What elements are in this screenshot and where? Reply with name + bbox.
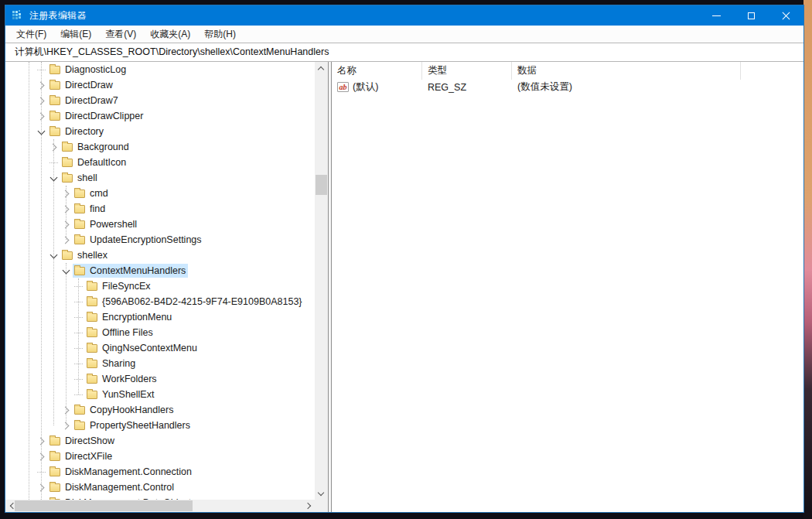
tree-item[interactable]: UpdateEncryptionSettings (73, 233, 204, 247)
chevron-right-icon[interactable] (37, 97, 45, 104)
chevron-right-icon[interactable] (62, 406, 70, 414)
chevron-right-icon[interactable] (49, 143, 57, 151)
scroll-down-button[interactable] (315, 487, 327, 500)
tree-item[interactable]: find (73, 202, 107, 216)
horizontal-scroll-thumb[interactable] (15, 500, 193, 511)
column-header-1[interactable]: 类型 (422, 62, 512, 80)
minimize-button[interactable] (699, 5, 734, 26)
chevron-down-icon[interactable] (38, 127, 46, 135)
tree-item[interactable]: shellex (60, 248, 110, 262)
tree-item[interactable]: WorkFolders (85, 372, 159, 386)
scrollbar-corner (315, 500, 328, 512)
tree-row[interactable]: CopyHookHandlers (5, 402, 315, 418)
column-header-0[interactable]: 名称 (332, 62, 422, 80)
tree-row[interactable]: DirectShow (5, 433, 315, 449)
tree-item[interactable]: Offline Files (85, 326, 155, 340)
tree-item[interactable]: CopyHookHandlers (73, 403, 176, 417)
chevron-right-icon[interactable] (37, 81, 45, 89)
tree-item[interactable]: EncryptionMenu (85, 310, 174, 324)
tree-row[interactable]: DiskManagement.Connection (5, 464, 315, 480)
tree-item[interactable]: Background (60, 140, 131, 154)
tree-row[interactable]: DirectXFile (5, 449, 315, 464)
menu-item-4[interactable]: 帮助(H) (197, 26, 243, 43)
chevron-right-icon[interactable] (62, 236, 70, 244)
maximize-button[interactable] (734, 5, 769, 26)
tree-item-label: QingNseContextMenu (102, 343, 197, 353)
chevron-right-icon[interactable] (37, 112, 45, 120)
tree-row[interactable]: Powershell (5, 217, 315, 232)
tree-item[interactable]: DirectDraw (48, 78, 115, 92)
tree-item[interactable]: YunShellExt (85, 388, 156, 401)
chevron-down-icon[interactable] (50, 173, 58, 181)
scroll-right-button[interactable] (302, 500, 315, 512)
tree-row[interactable]: DiagnosticLog (5, 62, 315, 77)
tree-row[interactable]: DirectDraw7 (5, 93, 315, 108)
value-list-pane: 名称类型数据 ab(默认)REG_SZ(数值未设置) (332, 62, 803, 512)
tree-row[interactable]: DefaultIcon (5, 155, 315, 170)
tree-row[interactable]: UpdateEncryptionSettings (5, 232, 315, 248)
chevron-down-icon[interactable] (63, 266, 70, 274)
tree-item[interactable]: shell (60, 171, 100, 185)
menu-item-2[interactable]: 查看(V) (98, 26, 143, 43)
tree-item[interactable]: Sharing (85, 357, 138, 370)
chevron-down-icon[interactable] (50, 251, 58, 258)
tree-row[interactable]: {596AB062-B4D2-4215-9F74-E9109B0A8153} (5, 294, 315, 309)
tree-row[interactable]: PropertySheetHandlers (5, 418, 315, 433)
tree-row[interactable]: Sharing (5, 356, 315, 371)
tree-item[interactable]: DirectDrawClipper (48, 109, 145, 123)
tree-item[interactable]: DirectShow (48, 434, 117, 448)
folder-icon (49, 97, 60, 105)
tree-item[interactable]: ContextMenuHandlers (73, 264, 188, 278)
tree-item-label: DiskManagement.Control (65, 482, 174, 493)
column-header-2[interactable]: 数据 (512, 62, 741, 80)
tree-row[interactable]: shell (5, 170, 315, 186)
tree-item[interactable]: DiskManagement.Connection (48, 465, 194, 479)
title-bar[interactable]: 注册表编辑器 (5, 5, 803, 26)
tree-horizontal-scrollbar[interactable] (5, 500, 315, 512)
tree-item[interactable]: Powershell (73, 217, 139, 231)
address-input[interactable] (5, 43, 803, 61)
tree-row[interactable]: shellex (5, 248, 315, 263)
tree-row[interactable]: QingNseContextMenu (5, 340, 315, 356)
tree-row[interactable]: Background (5, 139, 315, 155)
tree-row[interactable]: DirectDraw (5, 77, 315, 93)
tree-row[interactable]: ContextMenuHandlers (5, 263, 315, 278)
tree-item[interactable]: DirectXFile (48, 449, 114, 463)
tree-row[interactable]: DirectDrawClipper (5, 108, 315, 124)
chevron-right-icon[interactable] (62, 205, 70, 213)
tree-row[interactable]: find (5, 201, 315, 217)
chevron-right-icon[interactable] (62, 422, 70, 429)
tree-row[interactable]: FileSyncEx (5, 278, 315, 294)
tree-item[interactable]: QingNseContextMenu (85, 341, 200, 355)
menu-item-1[interactable]: 编辑(E) (53, 26, 98, 43)
tree-row[interactable]: Offline Files (5, 325, 315, 340)
tree-item[interactable]: DiskManagement.Control (48, 480, 176, 494)
menu-item-0[interactable]: 文件(F) (9, 26, 53, 43)
tree-row[interactable]: DiskManagement.Control (5, 480, 315, 495)
chevron-right-icon[interactable] (37, 452, 45, 460)
tree-item[interactable]: DirectDraw7 (48, 94, 121, 108)
tree-item[interactable]: PropertySheetHandlers (73, 418, 193, 432)
chevron-right-icon[interactable] (37, 483, 45, 491)
tree-vertical-scrollbar[interactable] (315, 62, 328, 500)
tree-item[interactable]: DiagnosticLog (48, 63, 128, 77)
tree-item[interactable]: {596AB062-B4D2-4215-9F74-E9109B0A8153} (85, 295, 305, 309)
close-button[interactable] (769, 5, 803, 26)
chevron-right-icon[interactable] (62, 220, 70, 228)
vertical-scroll-thumb[interactable] (316, 175, 327, 195)
chevron-right-icon[interactable] (62, 190, 70, 197)
value-row[interactable]: ab(默认)REG_SZ(数值未设置) (332, 80, 803, 94)
tree-item-label: Offline Files (102, 327, 153, 338)
menu-item-3[interactable]: 收藏夹(A) (143, 26, 197, 43)
tree-item[interactable]: cmd (73, 186, 111, 200)
tree-row[interactable]: YunShellExt (5, 387, 315, 402)
scroll-up-button[interactable] (315, 62, 327, 74)
tree-item[interactable]: DefaultIcon (60, 155, 128, 169)
tree-row[interactable]: WorkFolders (5, 371, 315, 387)
tree-item[interactable]: Directory (48, 125, 106, 138)
tree-item[interactable]: FileSyncEx (85, 279, 153, 293)
chevron-right-icon[interactable] (37, 437, 45, 445)
tree-row[interactable]: Directory (5, 124, 315, 139)
tree-row[interactable]: cmd (5, 186, 315, 201)
tree-row[interactable]: EncryptionMenu (5, 309, 315, 325)
